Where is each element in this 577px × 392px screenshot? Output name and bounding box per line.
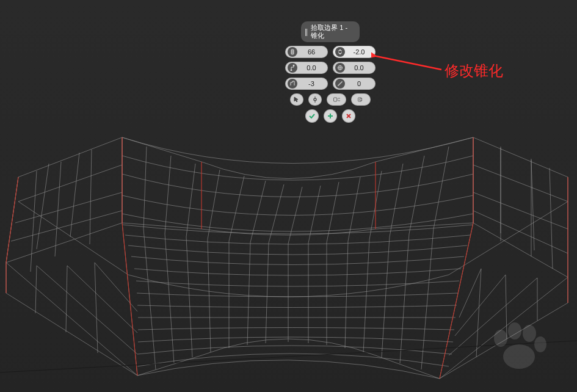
segments-field[interactable]: 66 bbox=[285, 46, 328, 58]
offset-icon bbox=[288, 79, 297, 89]
svg-point-33 bbox=[494, 330, 507, 347]
offset-field[interactable]: -3 bbox=[285, 78, 328, 90]
taper-value: -2.0 bbox=[347, 48, 371, 56]
pick-mode-button[interactable] bbox=[308, 93, 322, 106]
segments-value: 66 bbox=[300, 48, 323, 56]
twist-value: 0.0 bbox=[300, 64, 323, 71]
taper-icon bbox=[335, 47, 345, 57]
gravity-value: 0.0 bbox=[347, 64, 371, 71]
repeat-button-a[interactable] bbox=[327, 93, 346, 106]
svg-point-32 bbox=[503, 344, 535, 369]
annotation-label: 修改锥化 bbox=[445, 61, 503, 81]
twist-icon bbox=[288, 63, 297, 73]
panel-title-text: 拾取边界 1 - 锥化 bbox=[311, 24, 354, 40]
svg-point-34 bbox=[508, 322, 521, 339]
svg-point-18 bbox=[293, 65, 294, 66]
svg-line-11 bbox=[550, 168, 553, 269]
svg-point-17 bbox=[291, 70, 292, 71]
taper-field[interactable]: -2.0 bbox=[333, 46, 376, 58]
gravity-field[interactable]: 0.0 bbox=[333, 62, 376, 74]
gravity-icon bbox=[335, 63, 345, 73]
svg-rect-25 bbox=[334, 98, 337, 101]
repeat-button-b[interactable] bbox=[351, 93, 371, 106]
cancel-button[interactable] bbox=[342, 109, 355, 123]
steps-icon bbox=[335, 79, 345, 89]
watermark-icon bbox=[485, 319, 553, 374]
svg-point-35 bbox=[523, 325, 536, 342]
svg-point-36 bbox=[534, 336, 546, 352]
drag-handle-icon: || bbox=[305, 27, 307, 36]
svg-line-5 bbox=[31, 171, 37, 272]
panel-title[interactable]: || 拾取边界 1 - 锥化 bbox=[301, 21, 360, 42]
steps-field[interactable]: 0 bbox=[333, 78, 376, 90]
steps-value: 0 bbox=[347, 80, 371, 87]
tool-panel: || 拾取边界 1 - 锥化 66 -2.0 0.0 0.0 bbox=[281, 21, 379, 123]
offset-value: -3 bbox=[300, 80, 323, 87]
twist-field[interactable]: 0.0 bbox=[285, 62, 328, 74]
add-button[interactable] bbox=[324, 109, 337, 123]
confirm-button[interactable] bbox=[305, 109, 319, 123]
svg-line-3 bbox=[90, 150, 92, 244]
svg-point-22 bbox=[314, 98, 316, 101]
svg-line-4 bbox=[55, 162, 61, 256]
select-mode-button[interactable] bbox=[290, 93, 303, 106]
segments-icon bbox=[288, 47, 297, 57]
